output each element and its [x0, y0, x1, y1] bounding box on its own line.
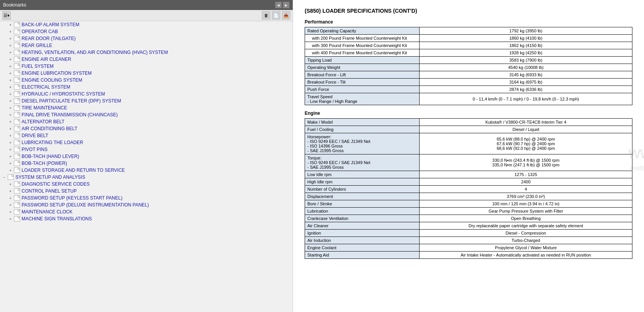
bookmark-item-engine-air-cleaner[interactable]: +ENGINE AIR CLEANER [0, 56, 293, 63]
bookmark-label: SYSTEM SETUP AND ANALYSIS [15, 174, 85, 180]
page-icon [14, 57, 20, 62]
bookmark-item-electrical[interactable]: +ELECTRICAL SYSTEM [0, 84, 293, 91]
delete-bookmark-button[interactable]: 🗑 [262, 11, 270, 20]
table-row: Crankcase VentilationOpen Breathing [305, 215, 632, 222]
delete-icon: 🗑 [264, 13, 268, 18]
page-icon [14, 22, 20, 27]
table-row: Make / ModelKubota® / V3800-CR-TE4CB Int… [305, 119, 632, 126]
table-row: Low Idle rpm1275 - 1325 [305, 171, 632, 178]
bookmark-item-alternator-belt[interactable]: +ALTERNATOR BELT [0, 118, 293, 125]
bookmark-item-hydraulic[interactable]: +HYDRAULIC / HYDROSTATIC SYSTEM [0, 91, 293, 97]
row-label: Horsepower: - ISO 9249 EEC / SAE J1349 N… [305, 133, 420, 154]
row-value: 3769 cm³ (230.0 in³) [420, 193, 632, 200]
expander-icon: + [8, 133, 13, 138]
bookmark-item-rear-door[interactable]: +REAR DOOR (TAILGATE) [0, 35, 293, 42]
expander-icon: + [8, 181, 13, 187]
bookmarks-panel: Bookmarks ◄ ► ☰▾ 🗑 📄 📤 +BACK-UP ALARM SY [0, 0, 293, 312]
bookmark-item-bob-tach-hand[interactable]: +BOB-TACH (HAND LEVER) [0, 153, 293, 160]
table-row: Horsepower: - ISO 9249 EEC / SAE J1349 N… [305, 133, 632, 154]
bookmark-item-diagnostic[interactable]: +DIAGNOSTIC SERVICE CODES [0, 181, 293, 188]
bookmark-item-engine-cooling[interactable]: +ENGINE COOLING SYSTEM [0, 77, 293, 84]
bookmark-item-tire-maintenance[interactable]: +TIRE MAINTENANCE [0, 104, 293, 111]
bookmark-item-maintenance-clock[interactable]: +MAINTENANCE CLOCK [0, 208, 293, 215]
row-label: Air Induction [305, 237, 420, 244]
bookmark-item-ac-belt[interactable]: +AIR CONDITIONING BELT [0, 125, 293, 132]
bookmark-item-back-up-alarm[interactable]: +BACK-UP ALARM SYSTEM [0, 21, 293, 28]
table-row: Air CleanerDry replaceable paper cartrid… [305, 222, 632, 230]
row-label: Breakout Force - Lift [305, 71, 420, 79]
bookmark-label: LUBRICATING THE LOADER [22, 140, 83, 145]
bookmark-item-hvac[interactable]: +HEATING, VENTILATION, AND AIR CONDITION… [0, 49, 293, 56]
table-row: Starting AidAir Intake Heater - Automati… [305, 252, 632, 259]
row-value: Turbo-Charged [420, 237, 632, 244]
bookmark-item-final-drive[interactable]: +FINAL DRIVE TRANSMISSION (CHAINCASE) [0, 111, 293, 118]
engine-table: Make / ModelKubota® / V3800-CR-TE4CB Int… [305, 118, 632, 259]
bookmark-item-drive-belt[interactable]: +DRIVE BELT [0, 132, 293, 139]
bookmark-item-engine-lubrication[interactable]: +ENGINE LUBRICATION SYSTEM [0, 70, 293, 77]
expander-icon: + [8, 22, 13, 27]
nav-prev-button[interactable]: ◄ [275, 2, 282, 8]
row-value: 3583 kg (7900 lb) [420, 57, 632, 64]
table-row: Operating Weight4540 kg (10008 lb) [305, 64, 632, 71]
performance-table: Rated Operating Capacity1792 kg (3950 lb… [305, 27, 632, 105]
row-value: Air Intake Heater - Automatically activa… [420, 252, 632, 259]
bookmark-label: ENGINE COOLING SYSTEM [22, 77, 82, 83]
row-label: Fuel / Cooling [305, 126, 420, 133]
bookmark-item-pivot-pins[interactable]: +PIVOT PINS [0, 146, 293, 153]
toolbar-left: ☰▾ [2, 11, 11, 20]
bookmark-item-bob-tach-power[interactable]: +BOB-TACH (POWER) [0, 160, 293, 167]
spec-title: (S850) LOADER SPECIFICATIONS (CONT'D) [305, 8, 632, 14]
bookmark-item-lubricating[interactable]: +LUBRICATING THE LOADER [0, 139, 293, 146]
expander-icon: + [8, 57, 13, 62]
table-row: Breakout Force - Lift3145 kg (6933 lb) [305, 71, 632, 79]
row-value: 2874 kg (6336 lb) [420, 86, 632, 93]
bookmark-item-dpf[interactable]: +DIESEL PARTICULATE FILTER (DPF) SYSTEM [0, 97, 293, 104]
page-icon [14, 154, 20, 159]
menu-dropdown-button[interactable]: ☰▾ [2, 11, 11, 20]
table-row: Fuel / CoolingDiesel / Liquid [305, 126, 632, 133]
row-value: 1275 - 1325 [420, 171, 632, 178]
export-bookmark-button[interactable]: 📤 [282, 11, 290, 20]
bookmark-item-rear-grille[interactable]: +REAR GRILLE [0, 42, 293, 49]
bookmark-item-control-panel[interactable]: +CONTROL PANEL SETUP [0, 188, 293, 195]
row-label: Air Cleaner [305, 222, 420, 230]
table-row: IgnitionDiesel - Compression [305, 230, 632, 237]
expander-icon: + [8, 188, 13, 194]
table-row: Number of Cylinders4 [305, 186, 632, 193]
nav-next-button[interactable]: ► [283, 2, 290, 8]
page-icon [14, 98, 20, 104]
expander-icon: + [8, 216, 13, 221]
row-label: Torque: - ISO 9249 EEC / SAE J1349 Net -… [305, 154, 420, 171]
bookmark-label: FINAL DRIVE TRANSMISSION (CHAINCASE) [22, 112, 118, 117]
row-value: Dry replaceable paper cartridge with sep… [420, 222, 632, 230]
expander-icon: + [8, 36, 13, 41]
page-icon [14, 188, 20, 194]
bookmark-item-system-setup[interactable]: −SYSTEM SETUP AND ANALYSIS [0, 174, 293, 181]
bookmark-item-machine-sign[interactable]: +MACHINE SIGN TRANSLATIONS [0, 215, 293, 222]
page-icon [14, 77, 20, 83]
page-icon [14, 29, 20, 34]
bookmark-item-loader-storage[interactable]: +LOADER STORAGE AND RETURN TO SERVICE [0, 167, 293, 174]
bookmark-item-password-deluxe[interactable]: +PASSWORD SETUP (DELUXE INSTRUMENTATION … [0, 201, 293, 208]
row-label: Number of Cylinders [305, 186, 420, 193]
row-label: Displacement [305, 193, 420, 200]
expander-icon: + [8, 64, 13, 69]
expander-icon: + [8, 112, 13, 117]
bookmark-item-operator-cab[interactable]: +OPERATOR CAB [0, 28, 293, 35]
row-label: Breakout Force - Tilt [305, 79, 420, 86]
expander-icon: + [8, 105, 13, 111]
page-icon [14, 36, 20, 41]
new-bookmark-button[interactable]: 📄 [272, 11, 280, 20]
menu-icon: ☰▾ [3, 13, 10, 18]
expander-icon: + [8, 119, 13, 124]
row-value: 1928 kg (4250 lb) [420, 49, 632, 57]
bookmark-label: FUEL SYSTEM [22, 64, 54, 69]
expander-icon: + [8, 147, 13, 152]
page-icon [14, 50, 20, 55]
bookmark-label: HYDRAULIC / HYDROSTATIC SYSTEM [22, 91, 105, 97]
bookmarks-title: Bookmarks [3, 2, 26, 8]
page-icon [14, 70, 20, 76]
bookmark-item-fuel-system[interactable]: +FUEL SYSTEM [0, 63, 293, 70]
bookmark-item-password-keyless[interactable]: +PASSWORD SETUP (KEYLESS START PANEL) [0, 195, 293, 201]
table-row: with 200 Pound Frame Mounted Counterweig… [305, 35, 632, 42]
